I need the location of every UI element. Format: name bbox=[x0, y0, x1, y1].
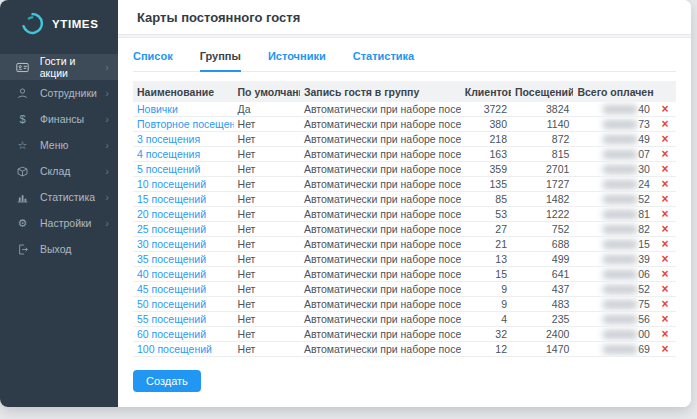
default-value: Нет bbox=[234, 327, 300, 342]
paid-visible-digits: 07 bbox=[638, 148, 650, 160]
default-value: Нет bbox=[234, 192, 300, 207]
group-name-link[interactable]: 10 посещений bbox=[137, 178, 206, 190]
group-name-link[interactable]: 40 посещений bbox=[137, 268, 206, 280]
visits-count: 752 bbox=[511, 222, 573, 237]
tab[interactable]: Источники bbox=[268, 50, 326, 71]
group-name-link[interactable]: 20 посещений bbox=[137, 208, 206, 220]
delete-row-button[interactable]: × bbox=[661, 102, 668, 116]
tab-label: Статистика bbox=[353, 50, 415, 62]
sidebar-item[interactable]: $ Финансы › bbox=[0, 106, 118, 132]
delete-row-button[interactable]: × bbox=[661, 147, 668, 161]
group-name-link[interactable]: 60 посещений bbox=[137, 328, 206, 340]
redacted-amount bbox=[603, 270, 637, 279]
sidebar-item[interactable]: ☆ Меню › bbox=[0, 132, 118, 158]
enroll-rule: Автоматически при наборе посещений: 4 bbox=[300, 147, 461, 162]
clients-count: 85 bbox=[461, 192, 511, 207]
group-name-link[interactable]: 100 посещений bbox=[137, 343, 212, 355]
redacted-amount bbox=[603, 120, 637, 129]
default-value: Нет bbox=[234, 117, 300, 132]
sidebar-item[interactable]: Склад › bbox=[0, 158, 118, 184]
visits-count: 499 bbox=[511, 252, 573, 267]
total-paid: 06 bbox=[573, 267, 653, 282]
clients-count: 135 bbox=[461, 177, 511, 192]
main-area: Карты постоянного гостя Список Группы Ис… bbox=[118, 0, 691, 407]
enroll-rule: Автоматически при наборе посещений: 2 bbox=[300, 117, 461, 132]
sidebar-item[interactable]: Статистика › bbox=[0, 184, 118, 210]
table-row: 50 посещений Нет Автоматически при набор… bbox=[133, 297, 676, 312]
delete-row-button[interactable]: × bbox=[661, 222, 668, 236]
clients-count: 15 bbox=[461, 267, 511, 282]
col-header-rule: Запись гостя в группу bbox=[300, 81, 461, 102]
delete-row-button[interactable]: × bbox=[661, 177, 668, 191]
visits-count: 2400 bbox=[511, 327, 573, 342]
delete-row-button[interactable]: × bbox=[661, 237, 668, 251]
table-row: 30 посещений Нет Автоматически при набор… bbox=[133, 237, 676, 252]
enroll-rule: Автоматически при наборе посещений: 3 bbox=[300, 132, 461, 147]
table-row: 4 посещения Нет Автоматически при наборе… bbox=[133, 147, 676, 162]
default-value: Нет bbox=[234, 177, 300, 192]
group-name-link[interactable]: Новички bbox=[137, 103, 178, 115]
default-value: Нет bbox=[234, 207, 300, 222]
sidebar-item-label: Гости и акции bbox=[40, 55, 106, 79]
delete-row-button[interactable]: × bbox=[661, 132, 668, 146]
group-name-link[interactable]: 3 посещения bbox=[137, 133, 200, 145]
redacted-amount bbox=[603, 210, 637, 219]
paid-visible-digits: 52 bbox=[638, 283, 650, 295]
sidebar-item[interactable]: Гости и акции › bbox=[0, 54, 118, 80]
delete-row-button[interactable]: × bbox=[661, 207, 668, 221]
sidebar-item[interactable]: Сотрудники › bbox=[0, 80, 118, 106]
clients-count: 3722 bbox=[461, 102, 511, 117]
redacted-amount bbox=[603, 315, 637, 324]
delete-row-button[interactable]: × bbox=[661, 192, 668, 206]
default-value: Нет bbox=[234, 222, 300, 237]
group-name-link[interactable]: 45 посещений bbox=[137, 283, 206, 295]
group-name-link[interactable]: 50 посещений bbox=[137, 298, 206, 310]
group-name-link[interactable]: 25 посещений bbox=[137, 223, 206, 235]
table-row: 15 посещений Нет Автоматически при набор… bbox=[133, 192, 676, 207]
redacted-amount bbox=[603, 330, 637, 339]
table-row: 35 посещений Нет Автоматически при набор… bbox=[133, 252, 676, 267]
sidebar-item-label: Меню bbox=[40, 139, 68, 151]
group-name-link[interactable]: 5 посещений bbox=[137, 163, 200, 175]
default-value: Нет bbox=[234, 312, 300, 327]
tab[interactable]: Список bbox=[133, 50, 173, 71]
visits-count: 1222 bbox=[511, 207, 573, 222]
paid-visible-digits: 69 bbox=[638, 343, 650, 355]
group-name-link[interactable]: Повторное посещение bbox=[137, 118, 234, 130]
delete-row-button[interactable]: × bbox=[661, 267, 668, 281]
group-name-link[interactable]: 15 посещений bbox=[137, 193, 206, 205]
clients-count: 359 bbox=[461, 162, 511, 177]
enroll-rule: Автоматически при наборе посещений: 1 bbox=[300, 102, 461, 117]
table-row: 100 посещений Нет Автоматически при набо… bbox=[133, 342, 676, 357]
total-paid: 39 bbox=[573, 252, 653, 267]
paid-visible-digits: 24 bbox=[638, 178, 650, 190]
group-name-link[interactable]: 55 посещений bbox=[137, 313, 206, 325]
total-paid: 56 bbox=[573, 312, 653, 327]
exit-icon bbox=[15, 243, 30, 256]
default-value: Да bbox=[234, 102, 300, 117]
delete-row-button[interactable]: × bbox=[661, 162, 668, 176]
paid-visible-digits: 56 bbox=[638, 313, 650, 325]
group-name-link[interactable]: 35 посещений bbox=[137, 253, 206, 265]
total-paid: 24 bbox=[573, 177, 653, 192]
group-name-link[interactable]: 30 посещений bbox=[137, 238, 206, 250]
group-name-link[interactable]: 4 посещения bbox=[137, 148, 200, 160]
total-paid: 07 bbox=[573, 147, 653, 162]
delete-row-button[interactable]: × bbox=[661, 312, 668, 326]
content: Список Группы Источники Статистика bbox=[118, 38, 691, 407]
paid-visible-digits: 39 bbox=[638, 253, 650, 265]
col-header-visits: Посещений bbox=[511, 81, 573, 102]
create-button[interactable]: Создать bbox=[133, 370, 201, 392]
delete-row-button[interactable]: × bbox=[661, 117, 668, 131]
tab[interactable]: Статистика bbox=[353, 50, 415, 71]
delete-row-button[interactable]: × bbox=[661, 327, 668, 341]
delete-row-button[interactable]: × bbox=[661, 252, 668, 266]
delete-row-button[interactable]: × bbox=[661, 297, 668, 311]
tab[interactable]: Группы bbox=[200, 50, 241, 72]
delete-row-button[interactable]: × bbox=[661, 342, 668, 356]
sidebar-item[interactable]: Выход › bbox=[0, 236, 118, 262]
enroll-rule: Автоматически при наборе посещений: 30 bbox=[300, 237, 461, 252]
delete-row-button[interactable]: × bbox=[661, 282, 668, 296]
sidebar-item[interactable]: ⚙ Настройки › bbox=[0, 210, 118, 236]
enroll-rule: Автоматически при наборе посещений: 25 bbox=[300, 222, 461, 237]
